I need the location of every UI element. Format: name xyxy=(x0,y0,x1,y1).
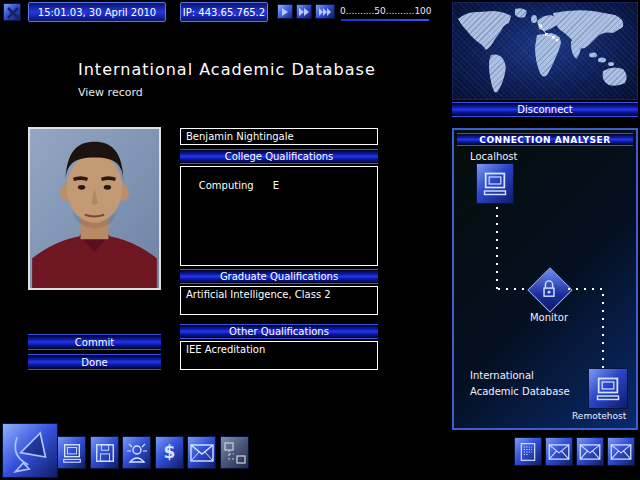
ip-text: IP: 443.65.765.2 xyxy=(183,7,265,18)
uplink-logo-icon xyxy=(6,427,54,475)
close-button[interactable] xyxy=(3,3,21,21)
lock-icon xyxy=(540,279,558,299)
floppy-disk-icon xyxy=(94,441,116,465)
person-status-icon xyxy=(125,441,149,465)
speed-fastest-button[interactable] xyxy=(315,4,335,19)
college-qualifications-field[interactable]: Computing E xyxy=(180,166,378,266)
uplink-logo-button[interactable] xyxy=(2,423,58,478)
done-button[interactable]: Done xyxy=(28,354,161,370)
graduate-qualifications-header: Graduate Qualifications xyxy=(180,269,378,284)
remotehost-label: Remotehost xyxy=(572,411,634,421)
status-button[interactable] xyxy=(122,436,151,469)
record-photo xyxy=(28,127,161,290)
commit-button[interactable]: Commit xyxy=(28,334,161,350)
email-notification-button-1[interactable] xyxy=(545,437,573,466)
destination-name-line2: Academic Database xyxy=(470,386,570,397)
uplink-screen: 15:01.03, 30 April 2010 IP: 443.65.765.2… xyxy=(0,0,640,480)
localhost-label: Localhost xyxy=(470,151,518,162)
envelope-icon xyxy=(548,444,570,460)
localhost-node[interactable] xyxy=(476,163,514,204)
computer-icon xyxy=(481,170,509,198)
hardware-button[interactable] xyxy=(57,436,86,469)
computer-icon xyxy=(61,441,83,465)
portrait-image xyxy=(30,129,159,288)
other-qualifications-header: Other Qualifications xyxy=(180,324,378,339)
speed-normal-button[interactable] xyxy=(277,4,293,19)
other-qualifications-field[interactable]: IEE Acreditation xyxy=(180,341,378,370)
clock-text: 15:01.03, 30 April 2010 xyxy=(38,7,156,18)
world-map[interactable] xyxy=(452,2,638,100)
cpu-usage-scale: 0..........50..........100 xyxy=(340,6,432,16)
speed-fast-button[interactable] xyxy=(296,4,312,19)
memory-button[interactable] xyxy=(90,436,119,469)
monitor-node[interactable] xyxy=(526,266,572,312)
college-qualifications-value: Computing E xyxy=(199,180,279,191)
monitor-label: Monitor xyxy=(516,312,582,323)
disconnect-button[interactable]: Disconnect xyxy=(452,102,638,117)
connection-line-vertical-1 xyxy=(496,207,498,289)
page-title: International Academic Database xyxy=(78,60,376,79)
connection-line-vertical-2 xyxy=(602,294,604,368)
email-notification-button-3[interactable] xyxy=(607,437,635,466)
remotehost-node[interactable] xyxy=(588,368,628,409)
envelope-icon xyxy=(190,444,214,462)
map-texture xyxy=(453,3,637,99)
connection-analyser-title: CONNECTION ANALYSER xyxy=(457,133,633,146)
cpu-usage-bar xyxy=(341,19,429,21)
connection-line-horizontal-2 xyxy=(568,288,604,290)
email-notification-button-2[interactable] xyxy=(576,437,604,466)
news-notification-button[interactable] xyxy=(514,437,542,466)
name-field[interactable]: Benjamin Nightingale xyxy=(180,128,378,145)
disconnect-label: Disconnect xyxy=(517,104,573,115)
play-icon xyxy=(282,8,288,16)
name-value: Benjamin Nightingale xyxy=(186,131,294,142)
computer-icon xyxy=(594,375,622,403)
page-subtitle: View record xyxy=(78,86,143,99)
clock-display: 15:01.03, 30 April 2010 xyxy=(28,2,166,22)
graduate-qualifications-field[interactable]: Artificial Intelligence, Class 2 xyxy=(180,286,378,315)
news-icon xyxy=(518,441,538,463)
network-lan-icon xyxy=(223,441,247,465)
connection-analyser-panel: CONNECTION ANALYSER Localhost Monitor In… xyxy=(452,128,638,430)
envelope-icon xyxy=(579,444,601,460)
college-qualifications-header: College Qualifications xyxy=(180,149,378,164)
envelope-icon xyxy=(610,444,632,460)
graduate-qualifications-value: Artificial Intelligence, Class 2 xyxy=(186,289,331,300)
destination-name-line1: International xyxy=(470,370,534,381)
dollar-icon: $ xyxy=(164,444,176,461)
lan-button[interactable] xyxy=(220,436,249,469)
other-qualifications-value: IEE Acreditation xyxy=(186,344,265,355)
email-button[interactable] xyxy=(187,436,216,469)
ip-display: IP: 443.65.765.2 xyxy=(180,2,268,22)
close-icon xyxy=(4,4,20,22)
finance-button[interactable]: $ xyxy=(155,436,184,469)
